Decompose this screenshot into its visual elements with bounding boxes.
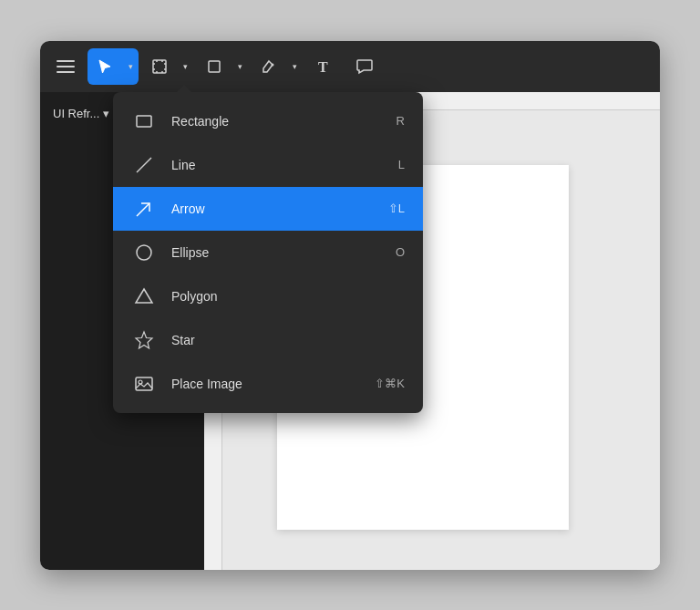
svg-point-10 — [272, 63, 274, 66]
menu-item-arrow[interactable]: Arrow ⇧L — [113, 187, 423, 231]
project-title-text: UI Refr... — [53, 107, 99, 120]
star-icon — [131, 327, 157, 353]
comment-icon — [355, 57, 375, 77]
hamburger-icon — [49, 53, 82, 80]
app-window: ▾ ▾ — [40, 41, 660, 570]
hamburger-menu-button[interactable] — [47, 48, 84, 85]
shape-tool-button[interactable] — [197, 48, 232, 85]
svg-line-14 — [137, 203, 149, 216]
menu-item-place-image-label: Place Image — [171, 377, 360, 391]
select-tool-button[interactable] — [88, 48, 122, 85]
frame-tool-caret[interactable]: ▾ — [177, 48, 193, 85]
project-title-caret: ▾ — [103, 107, 109, 120]
line-icon — [131, 152, 157, 178]
pen-tool-caret[interactable]: ▾ — [286, 48, 303, 85]
arrow-icon — [131, 196, 157, 222]
svg-text:T: T — [318, 59, 328, 75]
place-image-icon — [131, 371, 157, 397]
menu-item-place-image[interactable]: Place Image ⇧⌘K — [113, 362, 423, 406]
menu-item-polygon-label: Polygon — [171, 289, 390, 304]
menu-item-rectangle[interactable]: Rectangle R — [113, 99, 423, 143]
polygon-icon — [131, 284, 157, 309]
menu-item-ellipse-shortcut: O — [396, 245, 405, 259]
svg-marker-17 — [136, 332, 152, 348]
menu-item-line[interactable]: Line L — [113, 143, 423, 187]
menu-item-ellipse-label: Ellipse — [171, 245, 381, 260]
menu-item-line-label: Line — [171, 158, 384, 172]
svg-point-15 — [137, 245, 151, 260]
svg-line-13 — [137, 158, 151, 172]
ellipse-icon — [131, 240, 157, 265]
frame-tool-group: ▾ — [142, 48, 193, 85]
frame-tool-button[interactable] — [142, 48, 177, 85]
pen-tool-button[interactable] — [252, 48, 286, 85]
menu-item-star-label: Star — [171, 333, 390, 347]
menu-item-ellipse[interactable]: Ellipse O — [113, 231, 423, 274]
shape-tool-group: ▾ — [197, 48, 248, 85]
svg-rect-9 — [209, 61, 220, 72]
pen-icon — [260, 57, 278, 76]
menu-item-line-shortcut: L — [398, 158, 405, 171]
cursor-icon — [96, 57, 114, 76]
text-tool-button[interactable]: T — [306, 48, 343, 85]
shape-icon — [205, 57, 223, 76]
menu-item-place-image-shortcut: ⇧⌘K — [375, 377, 405, 390]
pen-tool-group: ▾ — [252, 48, 303, 85]
comment-tool-button[interactable] — [346, 48, 383, 85]
svg-rect-0 — [153, 60, 166, 73]
toolbar: ▾ ▾ — [40, 41, 660, 92]
menu-item-arrow-label: Arrow — [171, 202, 374, 216]
menu-item-rectangle-shortcut: R — [396, 114, 405, 128]
menu-item-polygon[interactable]: Polygon — [113, 274, 423, 318]
svg-rect-12 — [137, 116, 151, 127]
shape-tool-caret[interactable]: ▾ — [232, 48, 248, 85]
rectangle-icon — [131, 109, 157, 134]
select-tool-caret[interactable]: ▾ — [122, 48, 139, 85]
menu-item-arrow-shortcut: ⇧L — [388, 202, 405, 215]
frame-icon — [150, 57, 169, 76]
shape-dropdown-menu: Rectangle R Line L Arrow ⇧L — [113, 92, 423, 413]
menu-item-rectangle-label: Rectangle — [171, 114, 382, 129]
menu-item-star[interactable]: Star — [113, 318, 423, 362]
text-icon: T — [315, 57, 334, 76]
select-tool-group: ▾ — [88, 48, 139, 85]
svg-marker-16 — [136, 289, 152, 303]
svg-rect-18 — [136, 377, 152, 390]
